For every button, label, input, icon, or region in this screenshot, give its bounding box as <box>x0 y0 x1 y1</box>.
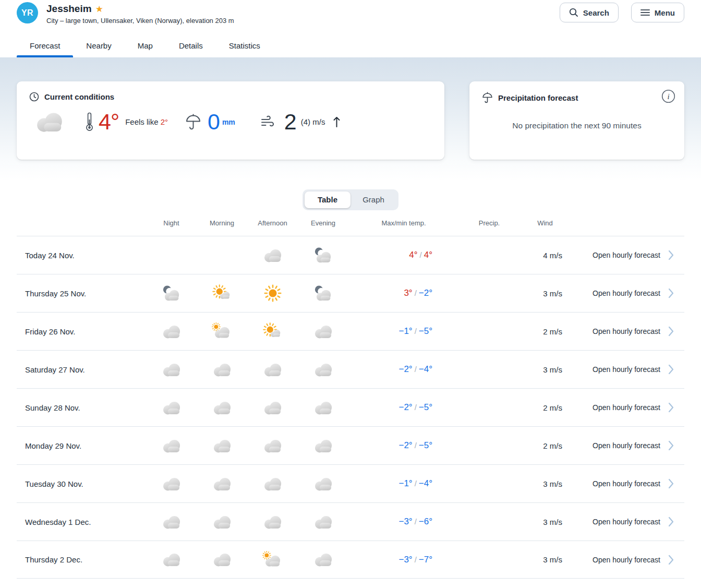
forecast-row[interactable]: Thursday 25 Nov. 3°/−2° 3 m/s Open hourl… <box>17 274 684 312</box>
forecast-table-header: Night Morning Afternoon Evening Max/min … <box>17 210 684 236</box>
precip-message: No precipitation the next 90 minutes <box>482 121 672 130</box>
forecast-row[interactable]: Friday 26 Nov. −1°/−5° 2 m/s Open hourly… <box>17 312 684 350</box>
wind-cell: 3 m/s <box>519 365 571 374</box>
brand: YR Jessheim ★ City – large town, Ullensa… <box>17 2 234 25</box>
open-hourly-link[interactable]: Open hourly forecast <box>571 250 684 260</box>
temp-cell: −1°/−5° <box>348 326 459 337</box>
cloud-icon <box>146 476 197 491</box>
toggle-graph[interactable]: Graph <box>350 191 396 208</box>
forecast-row[interactable]: Thursday 2 Dec. −3°/−7° 3 m/s Open hourl… <box>17 541 684 579</box>
svg-text:i: i <box>667 92 669 101</box>
cloud-icon <box>146 438 197 453</box>
cloud-icon <box>197 438 247 453</box>
header-afternoon: Afternoon <box>247 219 298 227</box>
min-temp: −2° <box>419 288 432 298</box>
cloud-icon <box>298 400 348 415</box>
row-date: Monday 29 Nov. <box>17 441 146 450</box>
min-temp: −5° <box>419 440 432 450</box>
forecast-row[interactable]: Monday 29 Nov. −2°/−5° 2 m/s Open hourly… <box>17 426 684 464</box>
forecast-row[interactable]: Sunday 28 Nov. −2°/−5° 2 m/s Open hourly… <box>17 388 684 426</box>
temp-separator: / <box>415 289 417 297</box>
current-wind-detail: (4) m/s <box>301 117 325 126</box>
cloud-icon <box>247 248 298 263</box>
max-temp: −3° <box>398 517 412 526</box>
open-hourly-link[interactable]: Open hourly forecast <box>571 402 684 413</box>
temp-separator: / <box>415 479 417 488</box>
forecast-table: Night Morning Afternoon Evening Max/min … <box>17 210 684 579</box>
cloud-icon <box>197 400 247 415</box>
menu-button[interactable]: Menu <box>631 3 684 22</box>
max-temp: −2° <box>398 440 412 450</box>
open-hourly-link[interactable]: Open hourly forecast <box>571 326 684 337</box>
header-evening: Evening <box>298 219 348 227</box>
cloud-icon <box>146 324 197 339</box>
chevron-right-icon <box>668 288 674 298</box>
max-temp: −2° <box>398 364 412 374</box>
row-date: Tuesday 30 Nov. <box>17 479 146 488</box>
cloud-icon <box>298 324 348 339</box>
temp-separator: / <box>415 327 417 335</box>
open-hourly-link[interactable]: Open hourly forecast <box>571 288 684 298</box>
open-hourly-label: Open hourly forecast <box>593 251 660 259</box>
wind-cell: 4 m/s <box>519 251 571 260</box>
header-night: Night <box>146 219 197 227</box>
info-icon[interactable]: i <box>661 89 675 103</box>
cloud-icon <box>247 362 298 377</box>
search-button[interactable]: Search <box>560 3 619 22</box>
current-precip-value: 0 <box>208 109 220 135</box>
chevron-right-icon <box>668 250 674 260</box>
cloud-sun-icon <box>197 322 247 340</box>
cloud-icon <box>146 552 197 567</box>
wind-cell: 2 m/s <box>519 403 571 412</box>
cloud-sun-icon <box>247 551 298 569</box>
tab-details[interactable]: Details <box>166 35 216 57</box>
yr-logo[interactable]: YR <box>17 2 38 23</box>
wind-direction-arrow-icon <box>332 116 341 128</box>
header-wind: Wind <box>519 219 571 227</box>
site-header: YR Jessheim ★ City – large town, Ullensa… <box>0 0 701 57</box>
cloud-icon <box>146 514 197 530</box>
open-hourly-link[interactable]: Open hourly forecast <box>571 478 684 489</box>
open-hourly-link[interactable]: Open hourly forecast <box>571 517 684 527</box>
tab-forecast[interactable]: Forecast <box>17 35 73 57</box>
moon-cloud-icon <box>298 285 348 302</box>
moon-cloud-icon <box>146 285 197 302</box>
forecast-row[interactable]: Wednesday 1 Dec. −3°/−6° 3 m/s Open hour… <box>17 502 684 541</box>
current-conditions-card: Current conditions 4° Feels like 2° 0 mm… <box>17 81 444 160</box>
forecast-row[interactable]: Saturday 27 Nov. −2°/−4° 3 m/s Open hour… <box>17 350 684 388</box>
temp-separator: / <box>415 555 417 564</box>
cloud-icon <box>298 552 348 567</box>
max-temp: 4° <box>409 250 417 260</box>
open-hourly-link[interactable]: Open hourly forecast <box>571 555 684 565</box>
max-temp: −1° <box>398 326 412 336</box>
wind-cell: 2 m/s <box>519 441 571 450</box>
open-hourly-label: Open hourly forecast <box>593 327 660 335</box>
favorite-star-icon[interactable]: ★ <box>95 5 103 14</box>
open-hourly-link[interactable]: Open hourly forecast <box>571 440 684 451</box>
tab-nearby[interactable]: Nearby <box>73 35 124 57</box>
max-temp: 3° <box>404 288 412 298</box>
row-date: Thursday 2 Dec. <box>17 555 146 564</box>
clock-icon <box>29 92 39 102</box>
min-temp: −6° <box>419 517 432 526</box>
header-precip: Precip. <box>459 219 519 227</box>
max-temp: −2° <box>398 402 412 412</box>
forecast-row[interactable]: Tuesday 30 Nov. −1°/−4° 3 m/s Open hourl… <box>17 464 684 502</box>
thermometer-icon <box>86 112 93 131</box>
hero-section: Current conditions 4° Feels like 2° 0 mm… <box>0 57 701 181</box>
temp-cell: 3°/−2° <box>348 288 459 298</box>
location-subtitle: City – large town, Ullensaker, Viken (No… <box>46 17 234 25</box>
wind-cell: 3 m/s <box>519 289 571 298</box>
tab-map[interactable]: Map <box>125 35 166 57</box>
toggle-table[interactable]: Table <box>305 191 350 208</box>
cloud-icon <box>197 362 247 377</box>
tab-statistics[interactable]: Statistics <box>216 35 273 57</box>
open-hourly-link[interactable]: Open hourly forecast <box>571 364 684 375</box>
cloud-icon <box>197 514 247 530</box>
min-temp: 4° <box>424 250 432 260</box>
row-date: Wednesday 1 Dec. <box>17 518 146 526</box>
temp-separator: / <box>415 365 417 374</box>
forecast-row[interactable]: Today 24 Nov. 4°/4° 4 m/s Open hourly fo… <box>17 236 684 274</box>
header-temp: Max/min temp. <box>348 219 459 227</box>
chevron-right-icon <box>668 402 674 413</box>
